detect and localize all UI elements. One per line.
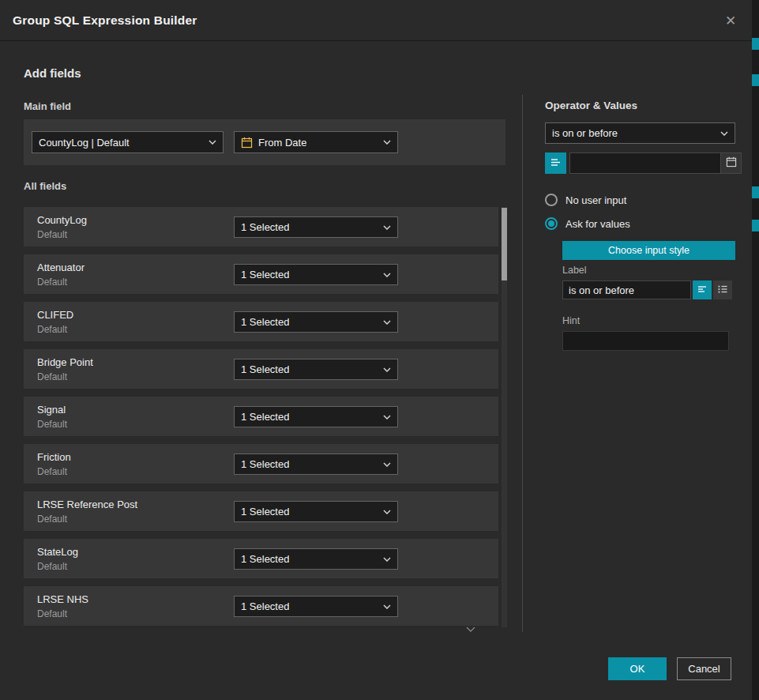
field-sublabel: Default <box>37 419 67 430</box>
field-selected-dropdown[interactable]: 1 Selected <box>234 453 398 475</box>
chevron-down-icon <box>378 140 391 145</box>
field-sublabel: Default <box>37 514 67 525</box>
value-input-row <box>545 152 735 174</box>
selected-count: 1 Selected <box>241 553 289 565</box>
layer-select[interactable]: CountyLog | Default <box>32 131 224 153</box>
layer-select-value: CountyLog | Default <box>39 137 130 149</box>
selected-count: 1 Selected <box>241 221 289 233</box>
field-source-button[interactable] <box>545 152 566 174</box>
date-picker-button[interactable] <box>720 153 741 173</box>
chevron-down-icon <box>378 557 391 562</box>
field-sublabel: Default <box>37 608 67 619</box>
field-selected-dropdown[interactable]: 1 Selected <box>234 596 398 617</box>
operator-select[interactable]: is on or before <box>545 122 735 144</box>
choose-input-style-button[interactable]: Choose input style <box>562 241 735 260</box>
panel-divider <box>522 95 523 632</box>
radio-icon <box>545 217 558 230</box>
chevron-down-icon <box>378 320 391 325</box>
field-name: Friction <box>37 451 71 463</box>
field-list-icon <box>550 156 562 171</box>
selected-count: 1 Selected <box>241 316 289 328</box>
radio-label: Ask for values <box>565 218 630 230</box>
scroll-down-indicator <box>466 621 475 635</box>
field-sublabel: Default <box>37 371 67 382</box>
chevron-down-icon <box>378 225 391 230</box>
field-selected-dropdown[interactable]: 1 Selected <box>234 359 398 380</box>
field-name: Attenuator <box>37 262 85 273</box>
close-button[interactable]: ✕ <box>720 10 741 31</box>
chevron-down-icon <box>378 510 391 514</box>
selected-count: 1 Selected <box>241 411 289 423</box>
radio-label: No user input <box>565 194 626 206</box>
field-sublabel: Default <box>37 324 67 335</box>
field-selected-dropdown[interactable]: 1 Selected <box>234 264 398 285</box>
field-row: LRSE Reference Post Default 1 Selected <box>24 491 498 531</box>
value-input[interactable] <box>570 153 720 173</box>
chevron-down-icon <box>378 273 391 277</box>
chevron-down-icon <box>378 462 391 467</box>
main-field-label: Main field <box>24 100 71 112</box>
dialog-title: Group SQL Expression Builder <box>13 13 197 28</box>
list-input-style-button[interactable] <box>713 280 732 299</box>
hint-caption: Hint <box>562 315 580 326</box>
selected-count: 1 Selected <box>241 363 289 375</box>
field-row: Attenuator Default 1 Selected <box>24 254 498 294</box>
chevron-down-icon <box>204 140 216 145</box>
ok-button[interactable]: OK <box>608 657 667 680</box>
radio-ask-for-values[interactable]: Ask for values <box>545 217 630 230</box>
field-row: StateLog Default 1 Selected <box>24 539 498 578</box>
scrollbar[interactable] <box>502 207 507 627</box>
field-sublabel: Default <box>37 277 67 288</box>
app-edge-artifact <box>752 186 759 198</box>
field-sublabel: Default <box>37 561 67 572</box>
radio-no-user-input[interactable]: No user input <box>545 194 626 206</box>
field-sublabel: Default <box>37 229 67 240</box>
selected-count: 1 Selected <box>241 600 289 612</box>
add-fields-heading: Add fields <box>24 66 81 80</box>
field-name: StateLog <box>37 546 78 558</box>
label-input[interactable] <box>562 280 691 299</box>
field-name: Signal <box>37 404 66 416</box>
chevron-down-icon <box>378 415 391 420</box>
field-row: Friction Default 1 Selected <box>24 444 498 484</box>
chevron-down-icon <box>378 604 391 609</box>
field-row: CountyLog Default 1 Selected <box>24 207 498 247</box>
scrollbar-thumb[interactable] <box>502 208 507 280</box>
close-icon: ✕ <box>725 13 736 29</box>
field-selected-dropdown[interactable]: 1 Selected <box>234 406 398 427</box>
field-selected-dropdown[interactable]: 1 Selected <box>234 548 398 570</box>
field-name: LRSE Reference Post <box>37 499 137 510</box>
operator-values-heading: Operator & Values <box>545 100 637 111</box>
list-input-style-icon <box>717 284 728 297</box>
value-input-wrap <box>569 152 742 174</box>
field-name: CountyLog <box>37 214 87 226</box>
date-field-value: From Date <box>258 137 306 149</box>
chevron-down-icon <box>378 367 391 372</box>
app-edge-artifact <box>752 74 759 86</box>
field-selected-dropdown[interactable]: 1 Selected <box>234 216 398 238</box>
label-caption: Label <box>562 265 587 276</box>
field-row: LRSE NHS Default 1 Selected <box>24 586 498 626</box>
selected-count: 1 Selected <box>241 458 289 470</box>
calendar-icon <box>241 137 253 149</box>
background-app-edge <box>752 0 759 700</box>
text-input-style-icon <box>697 284 708 297</box>
radio-icon <box>545 194 558 206</box>
text-input-style-button[interactable] <box>693 280 712 299</box>
app-edge-artifact <box>752 220 759 231</box>
field-name: LRSE NHS <box>37 593 88 605</box>
field-row: Bridge Point Default 1 Selected <box>24 349 498 389</box>
cancel-button[interactable]: Cancel <box>677 657 731 680</box>
all-fields-label: All fields <box>24 180 66 192</box>
field-sublabel: Default <box>37 466 67 477</box>
main-field-panel: CountyLog | Default From Date <box>24 119 505 165</box>
calendar-icon <box>726 156 737 170</box>
selected-count: 1 Selected <box>241 506 289 517</box>
field-name: CLIFED <box>37 309 73 321</box>
all-fields-list: CountyLog Default 1 Selected Attenuator … <box>24 207 498 634</box>
sql-expression-builder-dialog: Group SQL Expression Builder ✕ Add field… <box>0 0 752 700</box>
field-selected-dropdown[interactable]: 1 Selected <box>234 311 398 333</box>
hint-input[interactable] <box>562 331 729 351</box>
field-selected-dropdown[interactable]: 1 Selected <box>234 501 398 522</box>
date-field-select[interactable]: From Date <box>234 131 398 153</box>
